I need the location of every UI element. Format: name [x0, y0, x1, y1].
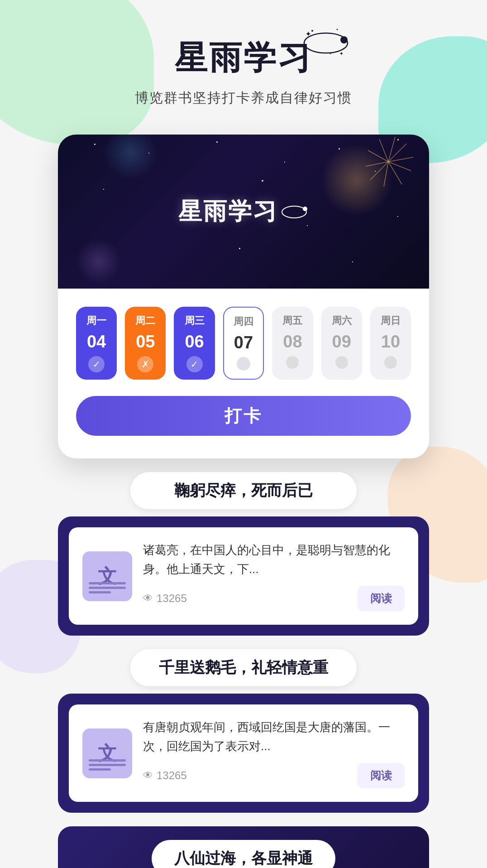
svg-point-4 [330, 53, 331, 54]
screen-title-text: 星雨学习 [178, 196, 278, 227]
day-saturday: 周六 09 [321, 307, 362, 380]
svg-point-3 [337, 29, 338, 30]
article-card-inner-2: 文 有唐朝贞观年间，西域回纥国是大唐的藩国。一次，回纥国为了表示对... 👁 [69, 704, 418, 802]
svg-line-9 [388, 162, 411, 171]
day-icon-sat [335, 356, 348, 369]
article-views-1: 👁 13265 [143, 592, 187, 605]
day-number-sat: 09 [332, 332, 351, 352]
article-thumb-1: 文 [82, 551, 132, 601]
article-title-1: 鞠躬尽瘁，死而后已 [130, 472, 357, 509]
views-count-2: 13265 [157, 769, 187, 782]
article-meta-2: 👁 13265 阅读 [143, 763, 405, 788]
day-label-sun: 周日 [381, 314, 401, 328]
screen-title: 星雨学习 [178, 196, 309, 227]
day-number-tue: 05 [136, 332, 155, 352]
article-desc-2: 有唐朝贞观年间，西域回纥国是大唐的藩国。一次，回纥国为了表示对... [143, 718, 405, 756]
day-icon-tue: ✗ [137, 356, 153, 372]
thumb-lines-2 [89, 759, 126, 773]
day-icon-wed: ✓ [186, 356, 203, 372]
app-title: 星雨学习 [175, 36, 312, 80]
article-card-outer-2: 文 有唐朝贞观年间，西域回纥国是大唐的藩国。一次，回纥国为了表示对... 👁 [58, 694, 429, 813]
svg-point-18 [303, 207, 307, 211]
day-monday[interactable]: 周一 04 ✓ [76, 307, 117, 380]
header-section: 星雨学习 ✦ ✦ 博览群书坚持打卡养成自律好习惯 [0, 0, 487, 125]
article-info-1: 诸葛亮，在中国人的心目中，是聪明与智慧的化身。他上通天文，下... 👁 1326… [143, 541, 405, 611]
app-title-container: 星雨学习 ✦ ✦ [175, 36, 312, 80]
day-number-sun: 10 [381, 332, 400, 352]
day-icon-thu [237, 357, 250, 371]
day-icon-fri [286, 356, 299, 369]
day-label-sat: 周六 [332, 314, 352, 328]
day-number-mon: 04 [87, 332, 106, 352]
article-block-3: 八仙过海，各显神通 [58, 826, 429, 868]
svg-line-10 [388, 162, 402, 184]
article-views-2: 👁 13265 [143, 769, 187, 782]
firework-rays [302, 135, 429, 225]
check-in-button[interactable]: 打卡 [76, 396, 411, 436]
read-button-2[interactable]: 阅读 [358, 763, 405, 788]
orbit-icon: ✦ ✦ [303, 27, 349, 59]
day-icon-sun [384, 356, 397, 369]
days-row: 周一 04 ✓ 周二 05 ✗ 周三 06 ✓ [76, 307, 411, 380]
phone-screen: 星雨学习 [58, 135, 429, 289]
article-card-outer-1: 文 诸葛亮，在中国人的心目中，是聪明与智慧的化身。他上通天文，下... 👁 [58, 516, 429, 636]
eye-icon-2: 👁 [143, 770, 153, 781]
article-desc-1: 诸葛亮，在中国人的心目中，是聪明与智慧的化身。他上通天文，下... [143, 541, 405, 579]
svg-point-1 [340, 36, 348, 43]
views-count-1: 13265 [157, 592, 187, 605]
phone-card-wrapper: 星雨学习 周一 04 ✓ [58, 135, 429, 458]
day-friday: 周五 08 [272, 307, 313, 380]
svg-line-14 [368, 150, 388, 162]
eye-icon-1: 👁 [143, 593, 153, 604]
read-button-1[interactable]: 阅读 [358, 586, 405, 611]
app-subtitle: 博览群书坚持打卡养成自律好习惯 [135, 89, 352, 107]
article-meta-1: 👁 13265 阅读 [143, 586, 405, 611]
article-thumb-2: 文 [82, 728, 132, 778]
day-number-fri: 08 [283, 332, 302, 352]
day-number-thu: 07 [234, 333, 253, 352]
svg-text:✦: ✦ [306, 30, 313, 38]
day-label-mon: 周一 [86, 314, 106, 328]
day-sunday: 周日 10 [370, 307, 411, 380]
firework-3 [76, 239, 121, 284]
day-label-wed: 周三 [185, 314, 205, 328]
phone-card: 星雨学习 周一 04 ✓ [58, 135, 429, 458]
svg-line-15 [379, 139, 388, 162]
screen-orbit-icon [282, 201, 309, 222]
svg-point-17 [282, 206, 306, 218]
article-title-2: 千里送鹅毛，礼轻情意重 [130, 649, 357, 686]
tracker-card: 周一 04 ✓ 周二 05 ✗ 周三 06 ✓ [58, 289, 429, 458]
article-info-2: 有唐朝贞观年间，西域回纥国是大唐的藩国。一次，回纥国为了表示对... 👁 132… [143, 718, 405, 788]
day-label-fri: 周五 [282, 314, 302, 328]
articles-section: 鞠躬尽瘁，死而后已 文 诸葛亮，在中国人的心目中，是聪明与智慧的化身。他上通天文… [58, 472, 429, 868]
day-label-thu: 周四 [234, 315, 253, 328]
article-block-1: 鞠躬尽瘁，死而后已 文 诸葛亮，在中国人的心目中，是聪明与智慧的化身。他上通天文… [58, 472, 429, 636]
day-label-tue: 周二 [135, 314, 155, 328]
day-tuesday[interactable]: 周二 05 ✗ [125, 307, 166, 380]
svg-text:✦: ✦ [339, 51, 345, 56]
day-wednesday[interactable]: 周三 06 ✓ [174, 307, 215, 380]
article-block-2: 千里送鹅毛，礼轻情意重 文 有唐朝贞观年间，西域回纥国是大唐的藩国。一次，回纥国… [58, 649, 429, 813]
day-icon-mon: ✓ [88, 356, 105, 372]
thumb-lines-1 [89, 582, 126, 596]
article-title-3: 八仙过海，各显神通 [152, 840, 335, 868]
article-card-inner-1: 文 诸葛亮，在中国人的心目中，是聪明与智慧的化身。他上通天文，下... 👁 [69, 527, 418, 625]
day-number-wed: 06 [185, 332, 204, 352]
day-thursday[interactable]: 周四 07 [223, 307, 264, 380]
